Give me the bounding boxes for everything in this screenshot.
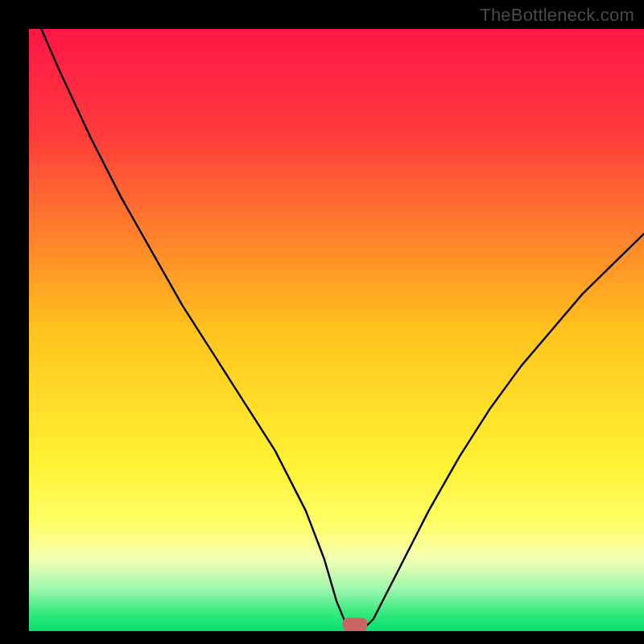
bottleneck-chart: [0, 0, 644, 644]
chart-frame: TheBottleneck.com: [0, 0, 644, 644]
watermark-label: TheBottleneck.com: [480, 5, 634, 26]
optimal-marker: [343, 618, 368, 632]
